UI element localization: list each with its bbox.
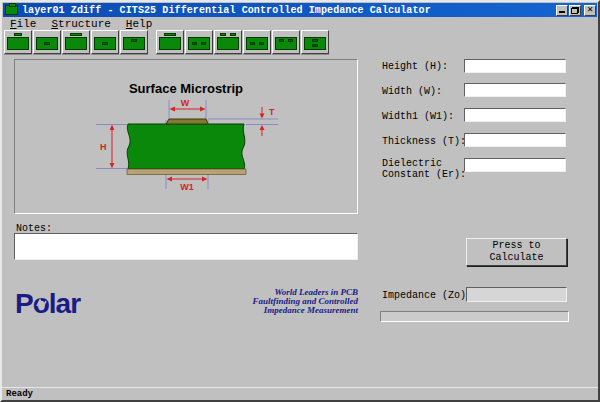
dim-w-label: W bbox=[181, 98, 190, 108]
logo-letters-lar: lar bbox=[49, 288, 80, 320]
dielectric-label: Dielectric Constant (Er): bbox=[382, 158, 466, 180]
dim-w1-arrow-left bbox=[167, 177, 173, 182]
toolbar-button-surface-microstrip-icon[interactable] bbox=[4, 30, 32, 54]
progress-bar bbox=[380, 311, 569, 322]
tagline: World Leaders in PCB Faultfinding and Co… bbox=[192, 288, 358, 315]
menu-bar: File Structure Help bbox=[5, 18, 595, 30]
dim-w1-arrow-right bbox=[202, 177, 208, 182]
dim-h-label: H bbox=[100, 142, 107, 152]
logo-letter-o: o bbox=[33, 288, 49, 320]
toolbar-button-broadside-stripline-icon[interactable] bbox=[301, 30, 329, 54]
notes-input[interactable] bbox=[14, 233, 358, 260]
close-button[interactable] bbox=[584, 5, 596, 16]
impedance-value bbox=[466, 287, 567, 302]
diff-offset-stripline-icon bbox=[275, 37, 297, 50]
toolbar-button-diff-surface-microstrip-icon[interactable] bbox=[156, 30, 184, 54]
surface-microstrip-icon bbox=[7, 37, 29, 50]
logo-pulse-icon bbox=[34, 297, 50, 311]
width-label: Width (W): bbox=[382, 86, 466, 97]
logo-letter-p: P bbox=[15, 288, 33, 320]
dielectric-input[interactable] bbox=[464, 158, 566, 172]
app-window: layer01 Zdiff - CITS25 Differential Cont… bbox=[0, 0, 600, 402]
embedded-microstrip-icon bbox=[36, 37, 58, 50]
structure-diagram: Surface Microstrip W bbox=[15, 60, 357, 213]
window-title: layer01 Zdiff - CITS25 Differential Cont… bbox=[22, 5, 431, 16]
polar-logo: Po lar bbox=[15, 288, 80, 320]
height-input[interactable] bbox=[464, 59, 566, 73]
window-controls bbox=[556, 5, 596, 16]
broadside-stripline-icon bbox=[304, 37, 326, 50]
height-label: Height (H): bbox=[382, 61, 466, 72]
trace-shape bbox=[166, 119, 208, 124]
status-bar: Ready bbox=[2, 387, 598, 400]
ground-plane-shape bbox=[127, 169, 246, 175]
toolbar-button-diff-offset-stripline-icon[interactable] bbox=[272, 30, 300, 54]
coated-microstrip-icon bbox=[65, 37, 87, 50]
diff-stripline-icon bbox=[246, 37, 268, 50]
width-input[interactable] bbox=[464, 83, 566, 97]
title-bar[interactable]: layer01 Zdiff - CITS25 Differential Cont… bbox=[3, 3, 597, 17]
diff-embedded-microstrip-icon bbox=[188, 37, 210, 50]
width1-input[interactable] bbox=[464, 108, 566, 122]
toolbar-button-diff-stripline-icon[interactable] bbox=[243, 30, 271, 54]
dim-w-arrow-right bbox=[200, 107, 206, 112]
minimize-button[interactable] bbox=[556, 5, 568, 16]
impedance-label: Impedance (Zo): bbox=[382, 290, 477, 301]
toolbar-button-embedded-microstrip-icon[interactable] bbox=[33, 30, 61, 54]
toolbar-button-diff-embedded-microstrip-icon[interactable] bbox=[185, 30, 213, 54]
substrate-shape bbox=[127, 124, 245, 169]
toolbar-button-coated-microstrip-icon[interactable] bbox=[62, 30, 90, 54]
restore-button[interactable] bbox=[569, 5, 581, 16]
toolbar bbox=[4, 30, 329, 55]
dim-w1-label: W1 bbox=[180, 182, 194, 192]
width1-label: Width1 (W1): bbox=[382, 111, 466, 122]
thickness-label: Thickness (T): bbox=[382, 136, 466, 147]
dim-w-arrow-left bbox=[170, 107, 176, 112]
app-icon bbox=[5, 5, 18, 15]
diagram-title: Surface Microstrip bbox=[129, 81, 243, 96]
stripline-icon bbox=[94, 37, 116, 50]
calculate-button[interactable]: Press to Calculate bbox=[466, 238, 567, 266]
thickness-input[interactable] bbox=[464, 133, 566, 147]
dim-t-label: T bbox=[269, 107, 275, 117]
dim-h-arrow-up bbox=[110, 125, 115, 130]
offset-stripline-icon bbox=[123, 37, 145, 50]
toolbar-button-diff-coated-microstrip-icon[interactable] bbox=[214, 30, 242, 54]
diff-coated-microstrip-icon bbox=[217, 37, 239, 50]
toolbar-button-stripline-icon[interactable] bbox=[91, 30, 119, 54]
menu-help[interactable]: Help bbox=[125, 18, 153, 30]
dim-t-arrow-down bbox=[260, 114, 265, 119]
menu-file[interactable]: File bbox=[9, 18, 37, 30]
tagline-line-3: Impedance Measurement bbox=[192, 306, 358, 315]
status-text: Ready bbox=[6, 389, 33, 399]
dim-h-arrow-down bbox=[110, 163, 115, 168]
diff-surface-microstrip-icon bbox=[159, 37, 181, 50]
structure-diagram-panel: Surface Microstrip W bbox=[14, 59, 358, 214]
menu-structure[interactable]: Structure bbox=[50, 18, 111, 30]
dim-t-arrow-up bbox=[260, 125, 265, 130]
toolbar-button-offset-stripline-icon[interactable] bbox=[120, 30, 148, 54]
